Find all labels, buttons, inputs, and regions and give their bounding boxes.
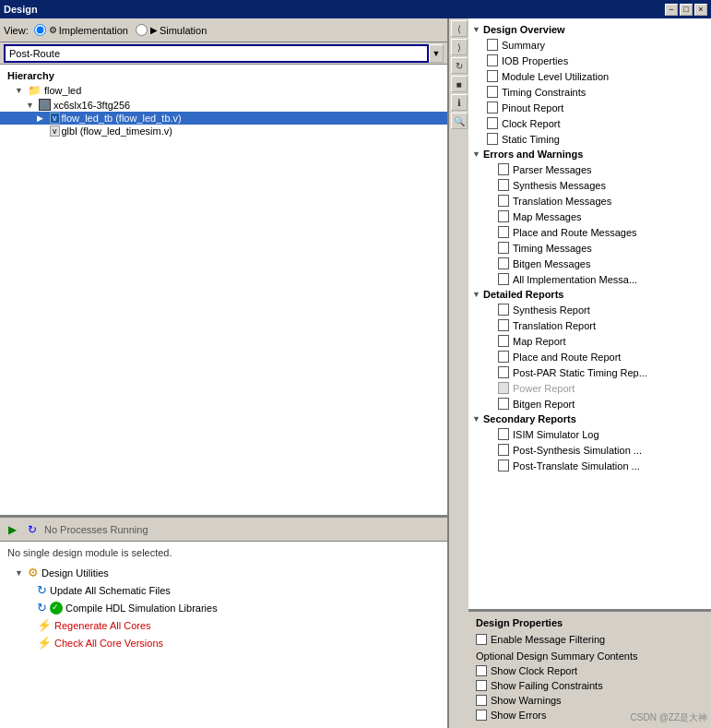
sidebar-info[interactable]: ℹ — [451, 94, 468, 111]
module-label: Module Level Utilization — [502, 71, 609, 82]
ov-item-post-par-timing[interactable]: Post-PAR Static Timing Rep... — [468, 364, 711, 380]
process-compile-hdl[interactable]: ↻ Compile HDL Simulation Libraries — [7, 599, 440, 616]
sidebar-refresh[interactable]: ↻ — [451, 57, 468, 74]
process-design-utils[interactable]: ▼ ⚙ Design Utilities — [7, 564, 440, 581]
doc-icon-bitgen-msg — [498, 257, 509, 269]
ov-item-power-report[interactable]: Power Report — [468, 380, 711, 396]
design-properties-title: Design Properties — [476, 617, 704, 628]
show-errors-item[interactable]: Show Errors — [476, 708, 704, 722]
show-failing-checkbox[interactable] — [476, 680, 487, 691]
isim-log-label: ISIM Simulator Log — [513, 429, 599, 440]
design-overview-title: Design Overview — [483, 24, 565, 35]
ov-item-iob[interactable]: IOB Properties — [468, 53, 711, 68]
ov-item-synth-report[interactable]: Synthesis Report — [468, 302, 711, 317]
tree-item-xc6slx16[interactable]: ▼ xc6slx16-3ftg256 — [0, 98, 447, 112]
process-regenerate-cores[interactable]: ⚡ Regenerate All Cores — [7, 616, 440, 634]
ov-item-trans-report[interactable]: Translation Report — [468, 317, 711, 333]
show-clock-checkbox[interactable] — [476, 665, 487, 676]
errors-warnings-label: Errors and Warnings — [483, 149, 583, 160]
design-utils-label: Design Utilities — [41, 567, 109, 579]
ov-item-synthesis-msg[interactable]: Synthesis Messages — [468, 177, 711, 193]
show-failing-item[interactable]: Show Failing Constraints — [476, 678, 704, 693]
view-label: View: — [4, 25, 29, 36]
ov-item-post-synth-sim[interactable]: Post-Synthesis Simulation ... — [468, 442, 711, 458]
compile-hdl-label: Compile HDL Simulation Libraries — [65, 603, 218, 614]
design-overview-header: ▼ Design Overview — [468, 22, 711, 37]
show-errors-checkbox[interactable] — [476, 710, 487, 721]
refresh-schematic-icon: ↻ — [37, 583, 47, 597]
doc-icon-all-impl — [498, 273, 509, 285]
ov-item-par-report[interactable]: Place and Route Report — [468, 349, 711, 364]
ov-item-pinout[interactable]: Pinout Report — [468, 100, 711, 115]
show-warnings-checkbox[interactable] — [476, 695, 487, 706]
ov-item-bitgen-msg[interactable]: Bitgen Messages — [468, 256, 711, 271]
enable-filtering-checkbox[interactable] — [476, 634, 487, 645]
implementation-radio[interactable]: ⚙ Implementation — [34, 24, 128, 36]
minimize-button[interactable]: − — [665, 4, 678, 16]
ov-item-module-util[interactable]: Module Level Utilization — [468, 68, 711, 84]
post-par-label: Post-PAR Static Timing Rep... — [513, 367, 647, 378]
sidebar-search[interactable]: 🔍 — [451, 113, 468, 129]
refresh-icon[interactable]: ↻ — [24, 521, 41, 538]
ov-item-translation-msg[interactable]: Translation Messages — [468, 193, 711, 209]
ov-item-timing-msg[interactable]: Timing Messages — [468, 240, 711, 256]
expand-icon3: ▶ — [37, 113, 50, 123]
tree-item-glbl[interactable]: v glbl (flow_led_timesim.v) — [0, 125, 447, 137]
xc6slx16-label: xc6slx16-3ftg256 — [53, 100, 130, 111]
ov-item-all-impl-msg[interactable]: All Implementation Messa... — [468, 271, 711, 287]
show-clock-label: Show Clock Report — [491, 665, 577, 676]
enable-filtering-item[interactable]: Enable Message Filtering — [476, 632, 704, 647]
process-check-core-versions[interactable]: ⚡ Check All Core Versions — [7, 634, 440, 651]
run-button[interactable]: ▶ — [4, 521, 20, 538]
post-route-dropdown[interactable]: ▼ — [429, 44, 444, 63]
ov-item-clock-report[interactable]: Clock Report — [468, 115, 711, 131]
impl-icon: ⚙ — [49, 25, 57, 35]
view-toolbar: View: ⚙ Implementation ▶ Simulation — [0, 18, 447, 42]
ov-item-parser[interactable]: Parser Messages — [468, 161, 711, 177]
all-impl-label: All Implementation Messa... — [513, 274, 637, 285]
post-route-input[interactable] — [4, 44, 429, 63]
ov-item-bitgen-report[interactable]: Bitgen Report — [468, 396, 711, 412]
doc-icon-synth-msg — [498, 179, 509, 191]
pinout-label: Pinout Report — [502, 102, 563, 113]
doc-icon-clock — [487, 117, 498, 129]
synth-report-label: Synthesis Report — [513, 304, 590, 316]
show-warnings-label: Show Warnings — [491, 695, 562, 706]
post-synth-sim-label: Post-Synthesis Simulation ... — [513, 445, 642, 456]
green-check-icon — [50, 602, 63, 615]
ov-item-post-trans-sim[interactable]: Post-Translate Simulation ... — [468, 458, 711, 473]
ov-item-map-report[interactable]: Map Report — [468, 333, 711, 349]
ov-item-static-timing[interactable]: Static Timing — [468, 131, 711, 147]
ov-item-timing-constraints[interactable]: Timing Constraints — [468, 84, 711, 100]
tree-item-flow-led[interactable]: ▼ 📁 flow_led — [0, 83, 447, 98]
doc-icon-timing-msg — [498, 242, 509, 254]
summary-label: Summary — [502, 40, 545, 51]
window-title: Design — [4, 4, 38, 15]
sidebar-arrow-up[interactable]: ⟨ — [451, 20, 468, 37]
ov-item-map-msg[interactable]: Map Messages — [468, 209, 711, 224]
doc-icon-post-synth — [498, 444, 509, 456]
implementation-label: Implementation — [59, 25, 128, 36]
sidebar-arrow-right[interactable]: ⟩ — [451, 39, 468, 55]
sidebar-stop[interactable]: ■ — [451, 76, 468, 92]
ov-item-summary[interactable]: Summary — [468, 37, 711, 53]
status-text: No Processes Running — [44, 524, 148, 535]
expand-secondary-tri: ▼ — [472, 414, 483, 424]
no-selection-message: No single design module is selected. — [7, 545, 440, 564]
show-warnings-item[interactable]: Show Warnings — [476, 693, 704, 708]
close-button[interactable]: × — [694, 4, 707, 16]
maximize-button[interactable]: □ — [680, 4, 693, 16]
show-clock-report-item[interactable]: Show Clock Report — [476, 663, 704, 678]
tree-item-flow-led-tb[interactable]: ▶ v flow_led_tb (flow_led_tb.v) — [0, 112, 447, 125]
left-panel: View: ⚙ Implementation ▶ Simulation — [0, 18, 448, 728]
v-badge-tb: v — [50, 113, 60, 124]
process-update-schematic[interactable]: ↻ Update All Schematic Files — [7, 581, 440, 599]
enable-filtering-label: Enable Message Filtering — [491, 634, 605, 645]
ov-item-par-msg[interactable]: Place and Route Messages — [468, 224, 711, 240]
folder-icon: 📁 — [28, 84, 41, 97]
bitgen-report-label: Bitgen Report — [513, 399, 575, 410]
expand-icon2: ▼ — [26, 101, 39, 110]
window-controls[interactable]: − □ × — [665, 4, 707, 16]
ov-item-isim-log[interactable]: ISIM Simulator Log — [468, 426, 711, 442]
simulation-radio[interactable]: ▶ Simulation — [136, 24, 207, 36]
